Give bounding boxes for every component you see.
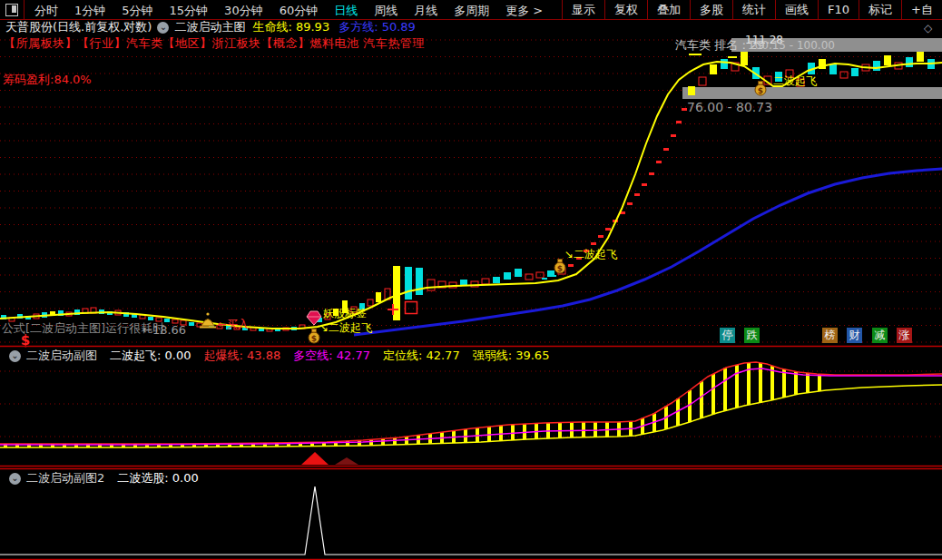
diamond-icon[interactable]: ◇: [924, 22, 932, 34]
quick-button-跌[interactable]: 跌: [744, 328, 760, 343]
annotation-text: ↘二波起飞: [319, 322, 372, 333]
svg-text:$: $: [758, 86, 763, 95]
quick-button-减[interactable]: 减: [872, 328, 888, 343]
annotation-text: ↘二波起飞: [564, 249, 617, 260]
sub1-header: ⌄ 二波启动副图 二波起飞: 0.00起爆线: 43.88多空线: 42.77定…: [4, 349, 562, 363]
sub2-field-二波选股: 二波选股: 0.00: [117, 470, 198, 486]
stock-title: 天普股份(日线.前复权.对数): [5, 19, 152, 35]
quick-button-榜[interactable]: 榜: [822, 328, 838, 343]
menu-item-30分钟[interactable]: 30分钟: [216, 4, 271, 17]
stock-header-row: 天普股份(日线.前复权.对数) ⌄ 二波启动主图 生命线: 89.93多方线: …: [5, 20, 425, 34]
svg-text:$: $: [557, 264, 563, 273]
sub1-title: 二波启动副图: [26, 348, 97, 364]
indicator-dropdown-icon[interactable]: ⌄: [157, 22, 169, 34]
sub1-values: 二波起飞: 0.00起爆线: 43.88多空线: 42.77定位线: 42.77…: [110, 348, 562, 364]
svg-text:$: $: [311, 334, 317, 343]
indicator-values: 生命线: 89.93多方线: 50.89: [252, 19, 424, 35]
toolbar-button-F10[interactable]: F10: [818, 0, 859, 19]
toolbar-button-标记[interactable]: 标记: [859, 0, 901, 19]
main-field-多方线: 多方线: 50.89: [339, 19, 416, 35]
toolbar-button-画线[interactable]: 画线: [775, 0, 818, 19]
quick-button-财[interactable]: 财: [847, 328, 862, 343]
toolbar-button-统计[interactable]: 统计: [732, 0, 775, 19]
menu-item-1分钟[interactable]: 1分钟: [66, 4, 113, 17]
menu-item-日线[interactable]: 日线: [326, 4, 366, 17]
annotation-text: ←买入: [218, 319, 249, 329]
sub2-collapse-icon[interactable]: ⌄: [9, 473, 21, 485]
sub2-title: 二波启动副图2: [26, 470, 104, 486]
period-menu: 分时1分钟5分钟15分钟30分钟60分钟日线周线月线多周期更多 >: [26, 1, 551, 19]
window-layout-icon[interactable]: [5, 4, 18, 16]
menu-item-多周期[interactable]: 多周期: [446, 4, 497, 17]
menu-item-周线[interactable]: 周线: [366, 4, 406, 17]
sub1-field-定位线: 定位线: 42.77: [383, 348, 460, 364]
sub1-field-起爆线: 起爆线: 43.88: [203, 348, 280, 364]
indicator-name: 二波启动主图: [174, 19, 245, 35]
quick-button-涨[interactable]: 涨: [897, 328, 912, 343]
toolbar-button-+自[interactable]: +自: [901, 0, 942, 19]
menu-bar: 分时1分钟5分钟15分钟30分钟60分钟日线周线月线多周期更多 > 显示复权叠加…: [0, 0, 942, 20]
sub1-collapse-icon[interactable]: ⌄: [9, 350, 21, 362]
menu-item-5分钟[interactable]: 5分钟: [113, 4, 161, 17]
menu-item-60分钟[interactable]: 60分钟: [271, 4, 327, 17]
quick-button-停[interactable]: 停: [720, 328, 735, 343]
annotation-text: 二波起飞: [773, 75, 817, 86]
annotation-text: 妖股标签: [323, 308, 367, 319]
sub2-header: ⌄ 二波启动副图2 二波选股: 0.00: [4, 471, 211, 486]
app-window: $$$$ 分时1分钟5分钟15分钟30分钟60分钟日线周线月线多周期更多 > 显…: [0, 0, 942, 560]
price-band-range-a: 100.15 - 100.00: [748, 39, 835, 52]
menu-item-分时[interactable]: 分时: [26, 4, 66, 17]
toolbar-button-多股[interactable]: 多股: [690, 0, 732, 19]
toolbar-button-叠加[interactable]: 叠加: [647, 0, 690, 19]
sub2-values: 二波选股: 0.00: [117, 470, 211, 486]
chip-profit-label: 筹码盈利:84.0%: [3, 72, 92, 88]
toolbar-button-显示[interactable]: 显示: [562, 0, 604, 19]
sector-rank-label: 汽车类 排名：: [675, 38, 750, 52]
menu-separator: [24, 0, 25, 19]
toolbar-button-复权[interactable]: 复权: [604, 0, 647, 19]
sub1-field-强弱线: 强弱线: 39.65: [473, 348, 550, 364]
sub1-field-二波起飞: 二波起飞: 0.00: [110, 348, 191, 364]
sub1-field-多空线: 多空线: 42.77: [293, 348, 370, 364]
main-field-生命线: 生命线: 89.93: [252, 19, 329, 35]
menu-item-月线[interactable]: 月线: [406, 4, 446, 17]
board-info-links[interactable]: 【所属板块】【行业】汽车类【地区】浙江板块【概念】燃料电池 汽车热管理: [4, 35, 425, 52]
menu-right-buttons: 显示复权叠加多股统计画线F10标记+自: [562, 0, 942, 19]
menu-item-15分钟[interactable]: 15分钟: [162, 4, 217, 17]
annotation-text: ←18.66: [142, 324, 186, 336]
price-band-range-b: 76.00 - 80.73: [687, 100, 772, 114]
menu-item-更多 >[interactable]: 更多 >: [497, 4, 551, 17]
annotation-text: 公式[二波启动主图]运行很耗时: [2, 322, 164, 334]
